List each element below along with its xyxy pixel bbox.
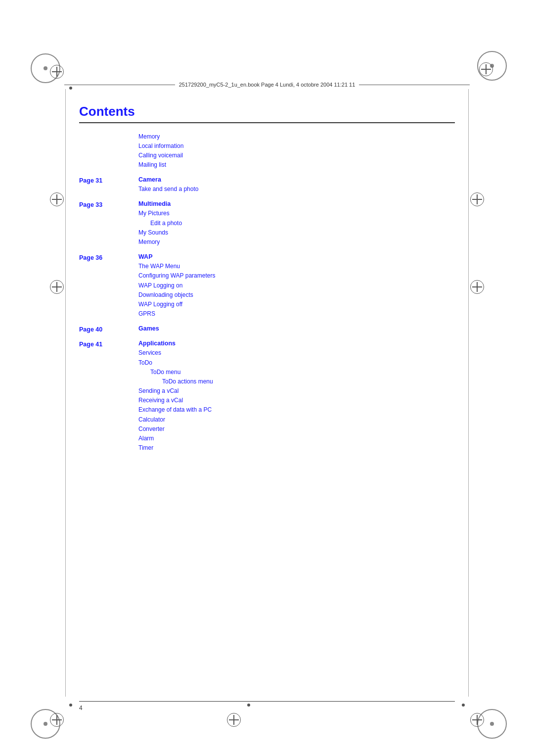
- print-header: 251729200_myC5-2_1u_en.book Page 4 Lundi…: [64, 82, 470, 88]
- reg-mark-right-mid-1: [470, 192, 485, 207]
- reg-mark-right-mid-2: [470, 280, 485, 294]
- page: 251729200_myC5-2_1u_en.book Page 4 Lundi…: [0, 0, 534, 756]
- page-label-36: Page 36: [79, 254, 102, 261]
- page-label-31: Page 31: [79, 177, 102, 184]
- item-edit-photo: Edit a photo: [138, 219, 455, 228]
- content-col-31: Camera Take and send a photo: [138, 175, 455, 194]
- reg-mark-bottom-left2: [63, 698, 78, 712]
- content-col-40: Games: [138, 324, 455, 333]
- item-gprs: GPRS: [138, 309, 455, 319]
- section-title-multimedia: Multimedia: [138, 199, 455, 209]
- item-receiving-vcal: Receiving a vCal: [138, 396, 455, 405]
- reg-mark-top-right: [479, 62, 493, 77]
- reg-mark-left-mid-2: [49, 280, 64, 294]
- content-col-33: Multimedia My Pictures Edit a photo My S…: [138, 199, 455, 247]
- item-local-info: Local information: [138, 142, 455, 151]
- toc-section-0: Memory Local information Calling voicema…: [79, 132, 455, 170]
- contents-heading: Contents: [79, 104, 455, 119]
- reg-mark-bottom-left: [49, 712, 64, 727]
- item-take-send-photo: Take and send a photo: [138, 185, 455, 194]
- page-col-31: Page 31: [79, 175, 138, 194]
- item-exchange-data-pc: Exchange of data with a PC: [138, 405, 455, 415]
- toc-section-wap: Page 36 WAP The WAP Menu Configuring WAP…: [79, 252, 455, 319]
- item-my-sounds: My Sounds: [138, 228, 455, 237]
- page-label-41: Page 41: [79, 341, 102, 348]
- print-info-text: 251729200_myC5-2_1u_en.book Page 4 Lundi…: [175, 82, 359, 88]
- reg-mark-left-mid-1: [49, 192, 64, 207]
- section-title-camera: Camera: [138, 175, 455, 185]
- heading-underline: [79, 122, 455, 123]
- item-calling-voicemail: Calling voicemail: [138, 151, 455, 160]
- reg-mark-bottom-mid: [226, 712, 241, 727]
- toc-section-applications: Page 41 Applications Services ToDo ToDo …: [79, 338, 455, 453]
- reg-mark-bottom-right2: [456, 698, 471, 712]
- page-col-33: Page 33: [79, 199, 138, 247]
- section-title-wap: WAP: [138, 252, 455, 262]
- content-col-41: Applications Services ToDo ToDo menu ToD…: [138, 338, 455, 453]
- item-configuring-wap: Configuring WAP parameters: [138, 271, 455, 281]
- item-todo: ToDo: [138, 358, 455, 368]
- item-calculator: Calculator: [138, 415, 455, 425]
- item-todo-menu: ToDo menu: [138, 368, 455, 377]
- section-title-applications: Applications: [138, 338, 455, 348]
- page-label-33: Page 33: [79, 201, 102, 208]
- item-timer: Timer: [138, 443, 455, 453]
- item-services: Services: [138, 348, 455, 358]
- reg-mark-top-left-1: [49, 64, 64, 79]
- page-label-40: Page 40: [79, 326, 102, 333]
- vert-line-right: [468, 89, 469, 697]
- toc-section-multimedia: Page 33 Multimedia My Pictures Edit a ph…: [79, 199, 455, 247]
- item-wap-menu: The WAP Menu: [138, 262, 455, 271]
- vert-line-left: [65, 89, 66, 697]
- item-alarm: Alarm: [138, 434, 455, 443]
- reg-mark-bottom-right: [470, 712, 485, 727]
- item-mailing-list: Mailing list: [138, 160, 455, 170]
- main-content: Contents Memory Local information Callin…: [79, 104, 455, 458]
- item-wap-logging-on: WAP Logging on: [138, 281, 455, 290]
- content-col-0: Memory Local information Calling voicema…: [138, 132, 455, 170]
- reg-mark-bottom-mid2: [241, 698, 256, 712]
- item-wap-logging-off: WAP Logging off: [138, 300, 455, 309]
- content-col-36: WAP The WAP Menu Configuring WAP paramet…: [138, 252, 455, 319]
- toc-section-games: Page 40 Games: [79, 324, 455, 333]
- item-my-pictures: My Pictures: [138, 209, 455, 218]
- page-col-40: Page 40: [79, 324, 138, 333]
- page-col-41: Page 41: [79, 338, 138, 453]
- item-downloading-objects: Downloading objects: [138, 290, 455, 300]
- bottom-line: [79, 701, 455, 702]
- page-col-36: Page 36: [79, 252, 138, 319]
- toc-section-camera: Page 31 Camera Take and send a photo: [79, 175, 455, 194]
- page-col-0: [79, 132, 138, 170]
- item-converter: Converter: [138, 425, 455, 434]
- page-number: 4: [79, 705, 83, 711]
- item-sending-vcal: Sending a vCal: [138, 386, 455, 396]
- section-title-games: Games: [138, 324, 455, 333]
- item-todo-actions-menu: ToDo actions menu: [138, 377, 455, 386]
- item-memory: Memory: [138, 132, 455, 142]
- item-memory-multimedia: Memory: [138, 237, 455, 247]
